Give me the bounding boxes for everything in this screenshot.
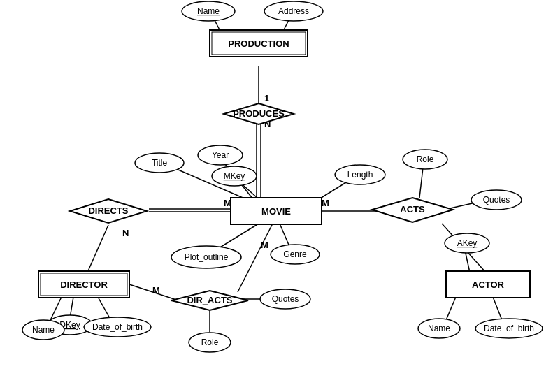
movie-length-label: Length — [347, 170, 373, 180]
acts-relationship: ACTS — [372, 198, 453, 222]
actor-dob-label: Date_of_birth — [484, 324, 534, 333]
dir-acts-attr-role: Role — [189, 333, 231, 352]
production-attr-address: Address — [264, 1, 323, 21]
movie-attr-plot: Plot_outline — [171, 246, 241, 268]
acts-attr-role: Role — [403, 150, 447, 169]
svg-line-18 — [419, 168, 423, 198]
movie-entity: MOVIE — [231, 198, 322, 224]
produces-relationship: PRODUCES — [224, 103, 294, 124]
actor-label: ACTOR — [472, 280, 505, 290]
movie-attr-mkey: MKey — [212, 166, 257, 186]
acts-role-label: Role — [417, 154, 434, 164]
director-entity: DIRECTOR — [38, 271, 129, 298]
er-diagram: 1 N M N M N M M PRODUCTION Name Address … — [0, 0, 560, 392]
movie-label: MOVIE — [261, 206, 291, 217]
movie-attr-length: Length — [335, 165, 385, 184]
movie-mkey-label: MKey — [224, 171, 245, 181]
actor-name-label: Name — [428, 324, 450, 333]
cardinality-diracts-dir-m: M — [152, 285, 160, 296]
cardinality-produces-1: 1 — [264, 93, 269, 103]
svg-line-27 — [493, 297, 502, 320]
movie-plot-label: Plot_outline — [185, 252, 229, 262]
production-address-label: Address — [278, 6, 309, 16]
dir-acts-label: DIR_ACTS — [187, 295, 232, 305]
acts-quotes-label: Quotes — [483, 195, 510, 205]
director-dob-label: Date_of_birth — [92, 322, 143, 332]
director-attr-dob: Date_of_birth — [84, 317, 151, 337]
actor-attr-akey: AKey — [445, 233, 489, 253]
cardinality-acts-m: M — [322, 198, 329, 208]
actor-attr-dob: Date_of_birth — [475, 319, 543, 338]
production-label: PRODUCTION — [228, 38, 289, 49]
movie-attr-title: Title — [135, 153, 184, 173]
directs-relationship: DIRECTS — [70, 199, 147, 223]
cardinality-directs-n: N — [122, 228, 129, 238]
cardinality-diracts-movie-m: M — [261, 240, 268, 250]
actor-attr-name: Name — [418, 319, 460, 338]
movie-year-label: Year — [212, 150, 229, 160]
svg-line-5 — [87, 225, 108, 273]
acts-attr-quotes: Quotes — [471, 190, 522, 210]
dir-acts-relationship: DIR_ACTS — [171, 291, 248, 310]
production-attr-name: Name — [182, 1, 235, 21]
svg-line-26 — [446, 297, 456, 320]
actor-akey-label: AKey — [457, 238, 478, 248]
director-label: DIRECTOR — [60, 280, 108, 290]
movie-title-label: Title — [152, 158, 168, 168]
actor-entity: ACTOR — [446, 271, 530, 298]
produces-label: PRODUCES — [233, 108, 285, 119]
dir-acts-role-label: Role — [201, 337, 219, 347]
movie-attr-year: Year — [198, 145, 243, 165]
directs-label: DIRECTS — [88, 205, 128, 216]
dir-acts-quotes-label: Quotes — [272, 294, 299, 304]
movie-genre-label: Genre — [283, 249, 307, 259]
production-name-label: Name — [197, 6, 220, 16]
director-name-label: Name — [32, 325, 55, 335]
svg-line-24 — [98, 297, 110, 319]
production-entity: PRODUCTION — [210, 30, 308, 57]
movie-attr-genre: Genre — [271, 245, 320, 264]
acts-label: ACTS — [400, 204, 425, 215]
director-attr-name: Name — [22, 320, 64, 340]
dir-acts-attr-quotes: Quotes — [260, 289, 310, 309]
